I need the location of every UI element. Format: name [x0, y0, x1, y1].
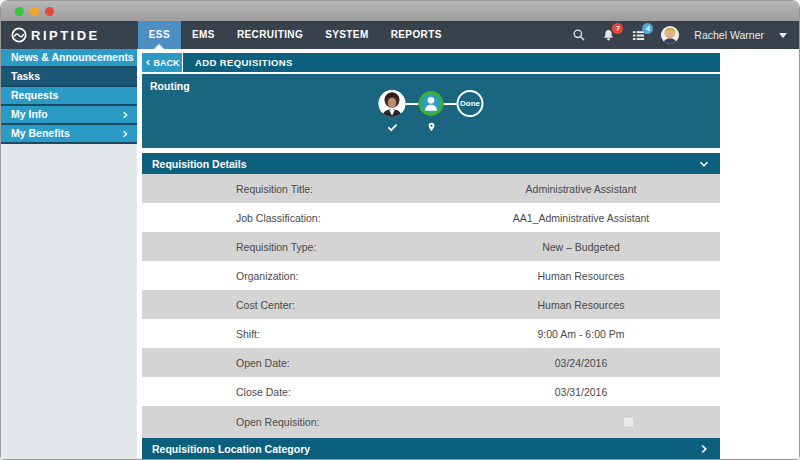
step-connector: [406, 103, 419, 105]
notification-count-badge: 7: [612, 23, 623, 34]
logo-text: RIPTIDE: [31, 28, 100, 43]
detail-row-requisition-type: Requisition Type: New – Budgeted: [142, 232, 720, 261]
sidebar-item-label: News & Announcements: [11, 48, 134, 67]
back-button[interactable]: BACK: [142, 53, 182, 72]
field-value[interactable]: 03/31/2016: [555, 386, 608, 398]
field-label: Job Classification:: [236, 212, 321, 224]
tab-ems[interactable]: EMS: [181, 21, 226, 49]
main-menu: ESS EMS RECRUITING SYSTEM REPORTS: [138, 21, 453, 49]
chevron-down-icon[interactable]: [698, 158, 710, 170]
navbar-right: 7 4 Rachel Warner: [572, 26, 787, 44]
field-value[interactable]: Human Resources: [538, 299, 625, 311]
field-value[interactable]: 03/24/2016: [555, 357, 608, 369]
section-title: Requisition Details: [152, 158, 247, 170]
detail-row-job-classification: Job Classification: AA1_Administrative A…: [142, 203, 720, 232]
open-requisition-checkbox[interactable]: [623, 417, 634, 428]
field-label: Organization:: [236, 270, 298, 282]
sidebar-item-news-announcements[interactable]: News & Announcements: [1, 49, 137, 68]
routing-section: Routing: [142, 74, 720, 148]
sidebar: News & Announcements Tasks Requests My I…: [1, 49, 137, 459]
window-close-button[interactable]: [45, 7, 54, 16]
field-value[interactable]: Human Resources: [538, 270, 625, 282]
routing-section-title: Routing: [150, 80, 190, 92]
person-silhouette-icon: [419, 91, 444, 116]
page-title: ADD REQUISITIONS: [183, 53, 720, 72]
sidebar-item-tasks[interactable]: Tasks: [1, 68, 137, 87]
main-content: BACK ADD REQUISITIONS Routing: [142, 49, 720, 459]
window-minimize-button[interactable]: [15, 7, 24, 16]
user-avatar[interactable]: [661, 26, 679, 44]
location-pin-icon: [426, 121, 436, 133]
field-value[interactable]: AA1_Administrative Assistant: [513, 212, 650, 224]
back-chevron-icon: [145, 58, 152, 67]
section-title: Requisitions Location Category: [152, 443, 310, 455]
user-menu-caret-icon[interactable]: [779, 33, 787, 38]
sidebar-item-my-info[interactable]: My Info: [1, 106, 137, 125]
field-label: Open Date:: [236, 357, 290, 369]
routing-step-current[interactable]: [419, 91, 444, 116]
check-icon: [387, 122, 398, 133]
field-label: Requisition Title:: [236, 183, 313, 195]
window-titlebar: [1, 1, 799, 21]
detail-row-open-date: Open Date: 03/24/2016: [142, 348, 720, 377]
routing-step-done[interactable]: Done: [457, 90, 484, 117]
requisitions-location-category-header[interactable]: Requisitions Location Category: [142, 438, 720, 459]
field-label: Shift:: [236, 328, 260, 340]
sidebar-item-label: My Info: [11, 105, 48, 124]
detail-row-shift: Shift: 9:00 Am - 6:00 Pm: [142, 319, 720, 348]
tab-ess[interactable]: ESS: [138, 21, 181, 49]
user-name[interactable]: Rachel Warner: [694, 29, 764, 41]
wave-logo-icon: [11, 27, 27, 43]
sidebar-item-label: My Benefits: [11, 124, 70, 143]
sidebar-item-label: Requests: [11, 86, 58, 105]
top-navbar: RIPTIDE ESS EMS RECRUITING SYSTEM REPORT…: [1, 21, 799, 49]
messages-count-badge: 4: [642, 23, 653, 34]
routing-step-approver[interactable]: [379, 90, 406, 117]
back-label: BACK: [154, 58, 180, 68]
window-maximize-button[interactable]: [30, 7, 39, 16]
field-value[interactable]: 9:00 Am - 6:00 Pm: [538, 328, 625, 340]
field-value[interactable]: Administrative Assistant: [526, 183, 637, 195]
app-window: RIPTIDE ESS EMS RECRUITING SYSTEM REPORT…: [0, 0, 800, 460]
routing-steps: Done: [379, 90, 484, 117]
queue-icon[interactable]: 4: [631, 28, 646, 43]
detail-row-open-requisition: Open Requisition:: [142, 406, 720, 438]
field-label: Cost Center:: [236, 299, 295, 311]
page-body: News & Announcements Tasks Requests My I…: [1, 49, 799, 459]
app-logo: RIPTIDE: [11, 27, 100, 43]
chevron-right-icon: [121, 111, 129, 119]
tab-reports[interactable]: REPORTS: [380, 21, 453, 49]
detail-row-requisition-title: Requisition Title: Administrative Assist…: [142, 174, 720, 203]
detail-row-cost-center: Cost Center: Human Resources: [142, 290, 720, 319]
field-label: Close Date:: [236, 386, 291, 398]
sidebar-item-requests[interactable]: Requests: [1, 87, 137, 106]
step-connector: [444, 103, 457, 105]
tab-system[interactable]: SYSTEM: [314, 21, 380, 49]
content-topbar: BACK ADD REQUISITIONS: [142, 53, 720, 72]
tab-recruiting[interactable]: RECRUITING: [226, 21, 314, 49]
notifications-bell-icon[interactable]: 7: [601, 28, 616, 43]
chevron-right-icon[interactable]: [698, 443, 710, 455]
sidebar-item-label: Tasks: [11, 67, 40, 86]
detail-row-organization: Organization: Human Resources: [142, 261, 720, 290]
field-label: Open Requisition:: [236, 416, 319, 428]
detail-row-close-date: Close Date: 03/31/2016: [142, 377, 720, 406]
field-label: Requisition Type:: [236, 241, 316, 253]
sidebar-item-my-benefits[interactable]: My Benefits: [1, 125, 137, 144]
field-value[interactable]: New – Budgeted: [542, 241, 620, 253]
requisition-details-header[interactable]: Requisition Details: [142, 153, 720, 174]
done-step-label: Done: [457, 90, 484, 117]
chevron-right-icon: [121, 130, 129, 138]
search-icon[interactable]: [572, 28, 586, 42]
approver-avatar: [379, 90, 406, 117]
